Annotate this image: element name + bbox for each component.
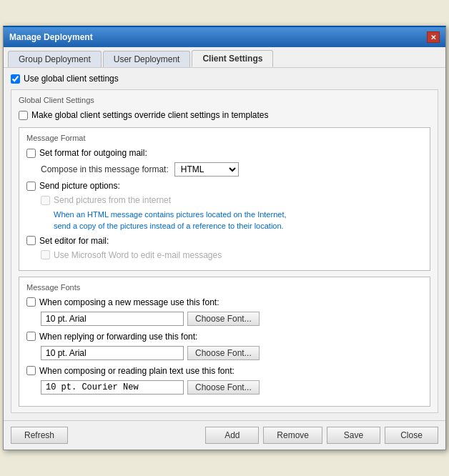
info-text: When an HTML message contains pictures l…	[26, 209, 298, 232]
plain-text-font-checkbox[interactable]	[26, 366, 36, 375]
use-word-label: Use Microsoft Word to edit e-mail messag…	[54, 250, 222, 260]
new-message-font-row: When composing a new message use this fo…	[26, 297, 423, 307]
reply-font-label[interactable]: When replying or forwarding use this fon…	[39, 332, 197, 342]
use-global-checkbox[interactable]	[11, 74, 20, 84]
global-client-settings-panel: Global Client Settings Make global clien…	[11, 89, 438, 413]
tab-client-settings[interactable]: Client Settings	[192, 50, 273, 67]
tab-user-deployment[interactable]: User Deployment	[103, 51, 191, 67]
new-message-font-label[interactable]: When composing a new message use this fo…	[39, 297, 219, 307]
set-format-row: Set format for outgoing mail:	[26, 148, 423, 158]
compose-format-label: Compose in this message format:	[41, 164, 169, 174]
close-button[interactable]: Close	[385, 427, 438, 444]
send-picture-label[interactable]: Send picture options:	[39, 181, 120, 191]
set-editor-label[interactable]: Set editor for mail:	[39, 236, 109, 246]
plain-text-font-input[interactable]	[41, 380, 184, 395]
plain-text-font-input-row: Choose Font...	[26, 380, 423, 395]
new-message-font-checkbox[interactable]	[26, 297, 36, 307]
plain-text-font-label[interactable]: When composing or reading plain text use…	[39, 366, 235, 376]
use-word-row: Use Microsoft Word to edit e-mail messag…	[26, 250, 423, 260]
section-title: Global Client Settings	[19, 96, 430, 104]
set-editor-row: Set editor for mail:	[26, 236, 423, 246]
message-format-panel: Message Format Set format for outgoing m…	[19, 127, 430, 271]
close-window-button[interactable]: ✕	[427, 31, 440, 43]
message-fonts-panel: Message Fonts When composing a new messa…	[19, 277, 430, 407]
reply-font-row: When replying or forwarding use this fon…	[26, 332, 423, 342]
manage-deployment-window: Manage Deployment ✕ Group Deployment Use…	[3, 26, 446, 450]
send-picture-row: Send picture options:	[26, 181, 423, 191]
set-editor-checkbox[interactable]	[26, 236, 36, 245]
set-format-label[interactable]: Set format for outgoing mail:	[39, 148, 147, 158]
tab-group-deployment[interactable]: Group Deployment	[8, 51, 102, 67]
message-fonts-title: Message Fonts	[26, 283, 423, 292]
save-button[interactable]: Save	[327, 427, 380, 444]
send-internet-label: Send pictures from the internet	[54, 195, 171, 205]
send-internet-checkbox	[41, 196, 50, 205]
plain-text-font-row: When composing or reading plain text use…	[26, 366, 423, 376]
reply-font-checkbox[interactable]	[26, 332, 36, 341]
reply-font-input[interactable]	[41, 346, 184, 360]
format-select[interactable]: HTML Plain Text Rich Text	[174, 162, 239, 177]
send-from-internet-row: Send pictures from the internet	[26, 195, 423, 205]
tab-content: Use global client settings Global Client…	[4, 68, 445, 420]
override-checkbox[interactable]	[19, 111, 28, 120]
message-format-title: Message Format	[26, 134, 423, 142]
use-global-label[interactable]: Use global client settings	[24, 74, 119, 84]
new-message-font-input-row: Choose Font...	[26, 312, 423, 326]
add-button[interactable]: Add	[205, 427, 259, 444]
window-title: Manage Deployment	[9, 32, 93, 42]
reply-choose-font-button[interactable]: Choose Font...	[187, 346, 260, 360]
remove-button[interactable]: Remove	[263, 427, 322, 444]
new-message-choose-font-button[interactable]: Choose Font...	[187, 312, 260, 326]
new-message-font-input[interactable]	[41, 312, 184, 326]
send-picture-checkbox[interactable]	[26, 182, 36, 191]
override-label[interactable]: Make global client settings override cli…	[31, 110, 269, 120]
footer-right-buttons: Add Remove Save Close	[205, 427, 438, 444]
compose-format-row: Compose in this message format: HTML Pla…	[26, 162, 423, 177]
plain-text-choose-font-button[interactable]: Choose Font...	[187, 380, 260, 395]
use-global-row: Use global client settings	[11, 74, 438, 84]
tabs-bar: Group Deployment User Deployment Client …	[4, 47, 445, 68]
use-word-checkbox	[41, 250, 50, 259]
titlebar: Manage Deployment ✕	[4, 27, 445, 47]
set-format-checkbox[interactable]	[26, 149, 36, 158]
footer: Refresh Add Remove Save Close	[4, 420, 445, 450]
reply-font-input-row: Choose Font...	[26, 346, 423, 360]
refresh-button[interactable]: Refresh	[11, 427, 68, 444]
override-row: Make global client settings override cli…	[19, 110, 430, 120]
